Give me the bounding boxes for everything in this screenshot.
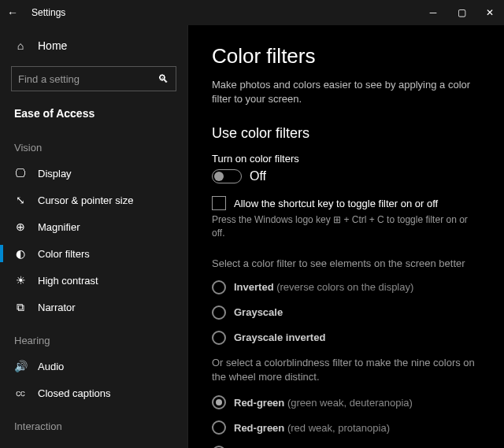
captions-icon: ㏄ — [14, 387, 27, 399]
sidebar: ⌂ Home 🔍︎ Ease of Access Vision 🖵 Displa… — [0, 25, 187, 448]
colorfilters-icon: ◐ — [14, 247, 27, 260]
radio-label: Red-green (red weak, protanopia) — [234, 422, 390, 434]
highcontrast-icon: ☀ — [14, 274, 27, 287]
radio-icon — [212, 305, 226, 320]
home-button[interactable]: ⌂ Home — [0, 33, 187, 58]
sidebar-item-label: Cursor & pointer size — [38, 194, 133, 206]
radio-label: Grayscale — [234, 306, 283, 318]
sidebar-item-label: Display — [38, 168, 72, 180]
cursor-icon: ⤡ — [14, 194, 27, 206]
page-title: Color filters — [212, 44, 480, 68]
section-title: Use color filters — [212, 125, 480, 142]
toggle-state: Off — [250, 169, 266, 183]
home-icon: ⌂ — [14, 39, 27, 52]
sidebar-item-label: High contrast — [38, 275, 98, 287]
radio-icon — [212, 395, 226, 409]
sidebar-item-display[interactable]: 🖵 Display — [0, 160, 187, 187]
shortcut-checkbox[interactable] — [212, 196, 226, 210]
back-button[interactable]: ← — [0, 6, 25, 19]
radio-label: Inverted (reverse colors on the display) — [234, 281, 413, 293]
sidebar-item-label: Color filters — [38, 248, 90, 260]
sidebar-item-narrator[interactable]: ⧉ Narrator — [0, 294, 187, 320]
audio-icon: 🔊 — [14, 360, 27, 372]
display-icon: 🖵 — [14, 167, 27, 180]
group-hearing: Hearing — [0, 320, 187, 353]
page-desc: Make photos and colors easier to see by … — [212, 78, 480, 106]
radio-icon — [212, 280, 226, 294]
window-title: Settings — [25, 7, 419, 18]
search-icon: 🔍︎ — [157, 72, 169, 85]
toggle-label: Turn on color filters — [212, 153, 480, 165]
radio-icon — [212, 420, 226, 435]
magnifier-icon: ⊕ — [14, 220, 27, 233]
sidebar-item-label: Narrator — [38, 302, 76, 313]
radio-icon — [212, 331, 226, 345]
home-label: Home — [38, 39, 67, 52]
sidebar-item-label: Audio — [38, 361, 64, 372]
radio-grayscale-inverted[interactable]: Grayscale inverted — [212, 331, 480, 345]
radio-label: Red-green (green weak, deuteranopia) — [234, 397, 413, 409]
sidebar-item-magnifier[interactable]: ⊕ Magnifier — [0, 213, 187, 240]
maximize-button[interactable]: ▢ — [447, 0, 476, 25]
sidebar-item-audio[interactable]: 🔊 Audio — [0, 353, 187, 380]
radio-grayscale[interactable]: Grayscale — [212, 305, 480, 320]
sidebar-item-highcontrast[interactable]: ☀ High contrast — [0, 267, 187, 294]
radio-redgreen-deuteranopia[interactable]: Red-green (green weak, deuteranopia) — [212, 395, 480, 409]
radio-inverted[interactable]: Inverted (reverse colors on the display) — [212, 280, 480, 294]
color-filters-toggle[interactable] — [212, 169, 242, 183]
radio-redgreen-protanopia[interactable]: Red-green (red weak, protanopia) — [212, 420, 480, 435]
shortcut-hint: Press the Windows logo key ⊞ + Ctrl + C … — [212, 213, 480, 240]
radio-label: Grayscale inverted — [234, 331, 325, 343]
or-text: Or select a colorblindness filter to mak… — [212, 356, 480, 384]
group-interaction: Interaction — [0, 406, 187, 439]
content-area: Color filters Make photos and colors eas… — [187, 25, 504, 448]
close-button[interactable]: ✕ — [476, 0, 504, 25]
sidebar-item-captions[interactable]: ㏄ Closed captions — [0, 380, 187, 406]
titlebar: ← Settings ─ ▢ ✕ — [0, 0, 504, 25]
search-input[interactable] — [18, 73, 157, 85]
sidebar-item-label: Magnifier — [38, 221, 80, 233]
group-vision: Vision — [0, 128, 187, 160]
category-title: Ease of Access — [0, 99, 187, 128]
search-box[interactable]: 🔍︎ — [11, 66, 176, 91]
narrator-icon: ⧉ — [14, 301, 27, 313]
sidebar-item-cursor[interactable]: ⤡ Cursor & pointer size — [0, 187, 187, 213]
minimize-button[interactable]: ─ — [419, 0, 447, 25]
sidebar-item-label: Closed captions — [38, 387, 111, 399]
shortcut-label: Allow the shortcut key to toggle filter … — [234, 198, 438, 209]
sidebar-item-colorfilters[interactable]: ◐ Color filters — [0, 240, 187, 267]
select-filter-label: Select a color filter to see elements on… — [212, 257, 480, 269]
